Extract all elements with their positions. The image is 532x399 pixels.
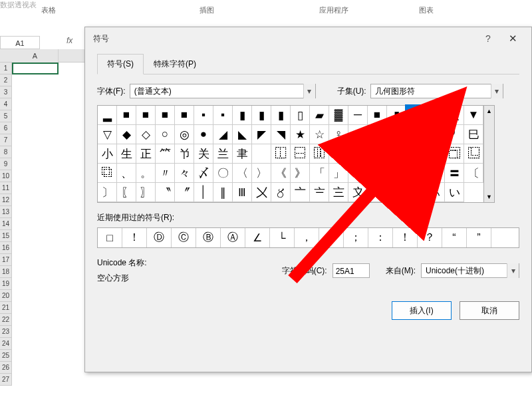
subset-combo[interactable]: 几何图形符 ▾ [370, 84, 503, 98]
symbol-cell[interactable]: 〗 [136, 183, 156, 202]
symbol-cell[interactable]: ─ [348, 106, 368, 125]
row-header[interactable]: 12 [0, 194, 12, 206]
symbol-cell[interactable]: 巳 [464, 125, 483, 144]
symbol-cell[interactable]: 〦 [291, 183, 310, 202]
scroll-track[interactable] [484, 116, 494, 192]
symbol-cell[interactable]: ╯ [445, 125, 464, 144]
scroll-up-button[interactable]: ▲ [484, 106, 494, 116]
row-header[interactable]: 19 [0, 278, 12, 290]
recent-symbol-cell[interactable]: Ⓒ [172, 228, 196, 247]
symbol-cell[interactable]: 〉 [252, 164, 271, 183]
symbol-cell[interactable]: 「 [310, 164, 329, 183]
row-header[interactable]: 3 [0, 86, 12, 98]
symbol-cell[interactable]: 〤 [252, 183, 271, 202]
row-header[interactable]: 14 [0, 218, 12, 230]
name-box[interactable]: A1 [0, 36, 40, 49]
symbol-cell[interactable]: ‖ [213, 183, 233, 202]
symbol-cell[interactable]: ▮ [252, 106, 271, 125]
symbol-cell[interactable]: ぃ [426, 183, 445, 202]
cancel-button[interactable]: 取消 [460, 301, 519, 320]
symbol-cell[interactable]: 〩 [348, 183, 368, 202]
column-header-a[interactable]: A [12, 49, 59, 63]
symbol-cell[interactable]: ▂ [98, 106, 117, 125]
chevron-down-icon[interactable]: ▾ [303, 84, 315, 98]
symbol-cell[interactable]: ◣ [233, 125, 252, 144]
symbol-cell[interactable]: ⿳ [329, 144, 348, 164]
symbol-cell[interactable]: ▰ [310, 106, 329, 125]
symbol-cell[interactable]: 【 [387, 164, 406, 183]
symbol-cell[interactable]: い [445, 183, 464, 202]
symbol-cell[interactable]: │ [194, 183, 213, 202]
row-header[interactable]: 9 [0, 158, 12, 170]
symbol-cell[interactable]: Ⅲ [233, 183, 252, 202]
chevron-down-icon[interactable]: ▾ [491, 84, 503, 98]
symbol-cell[interactable]: ★ [291, 125, 310, 144]
symbol-cell[interactable]: ▲ [426, 106, 445, 125]
recent-symbol-cell[interactable]: ！ [122, 228, 147, 247]
row-header[interactable]: 2 [0, 74, 12, 86]
symbol-cell[interactable]: 『 [348, 164, 368, 183]
symbol-cell[interactable]: ♂ [348, 125, 368, 144]
symbol-cell[interactable]: ▓ [329, 106, 348, 125]
row-header[interactable]: 23 [0, 326, 12, 338]
symbol-cell[interactable]: □ [406, 106, 426, 125]
close-button[interactable]: ✕ [499, 33, 526, 45]
symbol-cell[interactable]: 〖 [117, 183, 136, 202]
row-header[interactable]: 25 [0, 350, 12, 362]
symbol-cell[interactable]: 兰 [213, 144, 233, 164]
symbol-cell[interactable]: ■ [156, 106, 175, 125]
row-header[interactable]: 17 [0, 254, 12, 266]
symbol-cell[interactable]: ⿷ [406, 144, 426, 164]
scroll-down-button[interactable]: ▼ [484, 192, 494, 202]
symbol-cell[interactable]: ⿵ [368, 144, 387, 164]
recent-symbol-cell[interactable]: □ [98, 228, 122, 247]
symbol-grid-scrollbar[interactable]: ▲ ▼ [484, 105, 495, 203]
recent-symbol-cell[interactable]: ∠ [245, 228, 270, 247]
symbol-cell[interactable]: ⿰ [271, 144, 291, 164]
symbol-cell[interactable]: ■ [136, 106, 156, 125]
recent-symbol-cell[interactable]: “ [442, 228, 467, 247]
recent-symbol-cell[interactable]: ！ [393, 228, 418, 247]
row-header[interactable]: 5 [0, 110, 12, 122]
symbol-cell[interactable]: 々 [175, 164, 194, 183]
row-header[interactable]: 15 [0, 230, 12, 242]
symbol-cell[interactable]: ◢ [213, 125, 233, 144]
symbol-cell[interactable]: 〈 [233, 164, 252, 183]
row-header[interactable]: 10 [0, 170, 12, 182]
charcode-input[interactable]: 25A1 [332, 263, 370, 278]
symbol-cell[interactable]: 〝 [156, 183, 175, 202]
symbol-cell[interactable]: ▪ [194, 106, 213, 125]
symbol-cell[interactable]: ╰ [426, 125, 445, 144]
row-header[interactable]: 6 [0, 122, 12, 134]
symbol-cell[interactable]: △ [445, 106, 464, 125]
row-header[interactable]: 11 [0, 182, 12, 194]
symbol-cell[interactable]: ⿸ [426, 144, 445, 164]
symbol-cell[interactable]: 正 [136, 144, 156, 164]
symbol-cell[interactable]: ⿺ [464, 144, 483, 164]
symbol-cell[interactable]: ☆ [310, 125, 329, 144]
recent-symbol-cell[interactable]: ？ [418, 228, 442, 247]
symbol-cell[interactable]: ○ [156, 125, 175, 144]
symbol-cell[interactable]: 生 [117, 144, 136, 164]
row-header[interactable]: 26 [0, 362, 12, 374]
help-button[interactable]: ? [477, 33, 499, 44]
recent-symbol-cell[interactable]: ： [368, 228, 393, 247]
row-header[interactable]: 27 [0, 374, 12, 386]
symbol-cell[interactable]: ⿻ [98, 164, 117, 183]
row-header[interactable]: 1 [0, 63, 12, 74]
row-header[interactable]: 4 [0, 98, 12, 110]
symbol-cell[interactable]: ■ [117, 106, 136, 125]
symbol-cell[interactable]: 、 [117, 164, 136, 183]
row-header[interactable]: 8 [0, 146, 12, 158]
symbol-cell[interactable]: 〥 [271, 183, 291, 202]
symbol-cell[interactable]: 兯 [175, 144, 194, 164]
recent-symbol-cell[interactable]: └ [270, 228, 295, 247]
symbol-cell[interactable]: ◥ [271, 125, 291, 144]
symbol-cell[interactable]: ♀ [329, 125, 348, 144]
symbol-cell[interactable]: ▮ [233, 106, 252, 125]
symbol-cell[interactable]: ⿶ [387, 144, 406, 164]
symbol-cell[interactable]: ◆ [117, 125, 136, 144]
symbol-cell[interactable]: ↑ [368, 125, 387, 144]
symbol-cell[interactable]: ⿴ [348, 144, 368, 164]
symbol-cell[interactable]: 《 [271, 164, 291, 183]
